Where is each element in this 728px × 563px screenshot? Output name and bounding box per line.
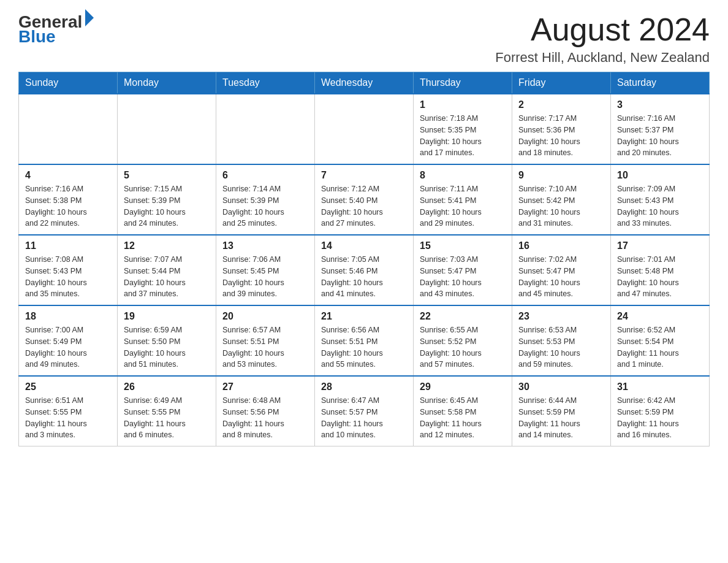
day-info: Sunrise: 6:51 AMSunset: 5:55 PMDaylight:… [25,395,111,441]
day-number: 2 [518,99,604,110]
day-info: Sunrise: 6:45 AMSunset: 5:58 PMDaylight:… [420,395,506,441]
day-number: 8 [420,170,506,181]
day-info: Sunrise: 6:47 AMSunset: 5:57 PMDaylight:… [321,395,407,441]
day-info: Sunrise: 7:16 AMSunset: 5:37 PMDaylight:… [617,113,703,159]
calendar-cell: 18Sunrise: 7:00 AMSunset: 5:49 PMDayligh… [19,305,118,376]
calendar-cell: 7Sunrise: 7:12 AMSunset: 5:40 PMDaylight… [315,164,414,235]
day-number: 3 [617,99,703,110]
day-info: Sunrise: 6:52 AMSunset: 5:54 PMDaylight:… [617,324,703,370]
day-number: 21 [321,311,407,322]
day-number: 7 [321,170,407,181]
calendar-header-friday: Friday [512,72,611,94]
calendar-header-tuesday: Tuesday [216,72,315,94]
calendar-cell: 3Sunrise: 7:16 AMSunset: 5:37 PMDaylight… [611,94,710,164]
day-info: Sunrise: 7:12 AMSunset: 5:40 PMDaylight:… [321,183,407,229]
calendar-cell: 23Sunrise: 6:53 AMSunset: 5:53 PMDayligh… [512,305,611,376]
calendar-cell: 29Sunrise: 6:45 AMSunset: 5:58 PMDayligh… [414,376,512,446]
logo-blue: Blue [18,27,56,47]
logo: General Blue [18,12,94,47]
calendar-cell [118,94,216,164]
day-info: Sunrise: 7:03 AMSunset: 5:47 PMDaylight:… [420,254,506,300]
day-number: 4 [25,170,111,181]
day-info: Sunrise: 7:05 AMSunset: 5:46 PMDaylight:… [321,254,407,300]
day-info: Sunrise: 6:44 AMSunset: 5:59 PMDaylight:… [518,395,604,441]
day-info: Sunrise: 7:10 AMSunset: 5:42 PMDaylight:… [518,183,604,229]
day-info: Sunrise: 7:16 AMSunset: 5:38 PMDaylight:… [25,183,111,229]
day-number: 15 [420,240,506,251]
day-info: Sunrise: 7:14 AMSunset: 5:39 PMDaylight:… [222,183,308,229]
day-info: Sunrise: 6:42 AMSunset: 5:59 PMDaylight:… [617,395,703,441]
day-number: 19 [124,311,210,322]
calendar-cell: 4Sunrise: 7:16 AMSunset: 5:38 PMDaylight… [19,164,118,235]
title-section: August 2024 Forrest Hill, Auckland, New … [495,12,710,66]
day-number: 27 [222,381,308,393]
day-info: Sunrise: 6:59 AMSunset: 5:50 PMDaylight:… [124,324,210,370]
logo-triangle-icon [85,9,94,26]
calendar-cell: 22Sunrise: 6:55 AMSunset: 5:52 PMDayligh… [414,305,512,376]
calendar-table: SundayMondayTuesdayWednesdayThursdayFrid… [18,72,710,446]
day-info: Sunrise: 7:02 AMSunset: 5:47 PMDaylight:… [518,254,604,300]
day-number: 30 [518,381,604,393]
calendar-cell: 26Sunrise: 6:49 AMSunset: 5:55 PMDayligh… [118,376,216,446]
day-number: 25 [25,381,111,393]
day-number: 1 [420,99,506,110]
day-info: Sunrise: 6:53 AMSunset: 5:53 PMDaylight:… [518,324,604,370]
calendar-cell: 20Sunrise: 6:57 AMSunset: 5:51 PMDayligh… [216,305,315,376]
calendar-cell: 6Sunrise: 7:14 AMSunset: 5:39 PMDaylight… [216,164,315,235]
calendar-cell: 25Sunrise: 6:51 AMSunset: 5:55 PMDayligh… [19,376,118,446]
day-number: 22 [420,311,506,322]
day-info: Sunrise: 7:17 AMSunset: 5:36 PMDaylight:… [518,113,604,159]
day-number: 24 [617,311,703,322]
day-info: Sunrise: 7:01 AMSunset: 5:48 PMDaylight:… [617,254,703,300]
page-header: General Blue August 2024 Forrest Hill, A… [18,12,710,66]
day-number: 18 [25,311,111,322]
calendar-cell: 15Sunrise: 7:03 AMSunset: 5:47 PMDayligh… [414,235,512,305]
day-info: Sunrise: 7:00 AMSunset: 5:49 PMDaylight:… [25,324,111,370]
calendar-cell: 14Sunrise: 7:05 AMSunset: 5:46 PMDayligh… [315,235,414,305]
day-number: 5 [124,170,210,181]
day-number: 13 [222,240,308,251]
calendar-header-monday: Monday [118,72,216,94]
day-number: 26 [124,381,210,393]
calendar-header-sunday: Sunday [19,72,118,94]
calendar-cell: 16Sunrise: 7:02 AMSunset: 5:47 PMDayligh… [512,235,611,305]
day-info: Sunrise: 7:07 AMSunset: 5:44 PMDaylight:… [124,254,210,300]
calendar-cell: 11Sunrise: 7:08 AMSunset: 5:43 PMDayligh… [19,235,118,305]
day-number: 14 [321,240,407,251]
day-number: 29 [420,381,506,393]
day-info: Sunrise: 6:49 AMSunset: 5:55 PMDaylight:… [124,395,210,441]
calendar-cell: 31Sunrise: 6:42 AMSunset: 5:59 PMDayligh… [611,376,710,446]
calendar-cell: 19Sunrise: 6:59 AMSunset: 5:50 PMDayligh… [118,305,216,376]
day-info: Sunrise: 6:48 AMSunset: 5:56 PMDaylight:… [222,395,308,441]
day-number: 28 [321,381,407,393]
calendar-cell: 30Sunrise: 6:44 AMSunset: 5:59 PMDayligh… [512,376,611,446]
month-title: August 2024 [495,12,710,47]
day-number: 9 [518,170,604,181]
day-number: 23 [518,311,604,322]
day-info: Sunrise: 6:57 AMSunset: 5:51 PMDaylight:… [222,324,308,370]
calendar-cell: 2Sunrise: 7:17 AMSunset: 5:36 PMDaylight… [512,94,611,164]
day-info: Sunrise: 7:11 AMSunset: 5:41 PMDaylight:… [420,183,506,229]
calendar-cell: 24Sunrise: 6:52 AMSunset: 5:54 PMDayligh… [611,305,710,376]
day-info: Sunrise: 6:56 AMSunset: 5:51 PMDaylight:… [321,324,407,370]
calendar-header-wednesday: Wednesday [315,72,414,94]
day-number: 20 [222,311,308,322]
calendar-cell: 8Sunrise: 7:11 AMSunset: 5:41 PMDaylight… [414,164,512,235]
location-subtitle: Forrest Hill, Auckland, New Zealand [495,50,710,66]
calendar-header-thursday: Thursday [414,72,512,94]
day-info: Sunrise: 7:08 AMSunset: 5:43 PMDaylight:… [25,254,111,300]
calendar-cell: 28Sunrise: 6:47 AMSunset: 5:57 PMDayligh… [315,376,414,446]
calendar-cell: 1Sunrise: 7:18 AMSunset: 5:35 PMDaylight… [414,94,512,164]
day-number: 11 [25,240,111,251]
calendar-cell: 13Sunrise: 7:06 AMSunset: 5:45 PMDayligh… [216,235,315,305]
day-info: Sunrise: 7:18 AMSunset: 5:35 PMDaylight:… [420,113,506,159]
calendar-cell [315,94,414,164]
day-info: Sunrise: 6:55 AMSunset: 5:52 PMDaylight:… [420,324,506,370]
day-number: 17 [617,240,703,251]
day-info: Sunrise: 7:09 AMSunset: 5:43 PMDaylight:… [617,183,703,229]
day-number: 16 [518,240,604,251]
day-info: Sunrise: 7:15 AMSunset: 5:39 PMDaylight:… [124,183,210,229]
day-number: 6 [222,170,308,181]
calendar-header: SundayMondayTuesdayWednesdayThursdayFrid… [19,72,710,94]
calendar-cell: 27Sunrise: 6:48 AMSunset: 5:56 PMDayligh… [216,376,315,446]
